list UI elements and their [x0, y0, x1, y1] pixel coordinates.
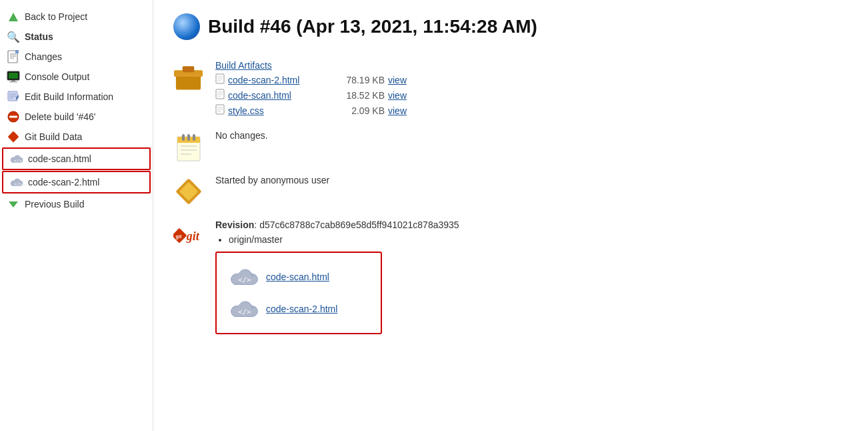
started-by-section: Started by anonymous user — [173, 175, 848, 206]
artifact-view-link-0[interactable]: view — [388, 75, 407, 85]
svg-text:</>: </> — [14, 158, 22, 163]
svg-text:</>: </> — [14, 181, 22, 186]
no-entry-icon — [7, 110, 20, 123]
branch-item-0: origin/master — [229, 234, 848, 245]
artifact-row-0: code-scan-2.html 78.19 KB view — [215, 73, 848, 86]
monitor-icon — [7, 70, 20, 83]
sidebar-item-back-to-project[interactable]: Back to Project — [0, 7, 153, 27]
build-header: Build #46 (Apr 13, 2021, 11:54:28 AM) — [173, 13, 848, 40]
build-title: Build #46 (Apr 13, 2021, 11:54:28 AM) — [208, 16, 537, 37]
cloud-item-link-0[interactable]: code-scan.html — [266, 272, 329, 282]
started-by-text: Started by anonymous user — [215, 175, 329, 185]
arrow-up-icon — [7, 10, 20, 23]
revision-hash: d57c6c8788c7cab869e58d5ff941021c878a3935 — [259, 220, 459, 230]
arrow-down-icon — [7, 197, 20, 211]
cloud-code-svg-1: </> — [230, 297, 259, 321]
svg-rect-38 — [182, 134, 185, 141]
svg-rect-16 — [8, 131, 19, 143]
svg-text:</>: </> — [238, 308, 251, 316]
changes-section: No changes. — [173, 130, 848, 161]
changes-text: No changes. — [215, 130, 268, 141]
artifact-size-0: 78.19 KB — [338, 75, 385, 85]
artifact-file-link-1[interactable]: code-scan.html — [228, 90, 335, 101]
revision-section: git git Revision: d57c6c8788c7cab869e58d… — [173, 220, 848, 334]
cloud-item-link-1[interactable]: code-scan-2.html — [266, 304, 337, 314]
sidebar-item-code-scan-html[interactable]: </> code-scan.html — [2, 147, 151, 170]
svg-text:</>: </> — [238, 276, 251, 284]
svg-rect-40 — [193, 134, 195, 141]
svg-marker-19 — [9, 201, 18, 207]
sidebar-label: Changes — [25, 51, 62, 62]
artifact-view-link-2[interactable]: view — [388, 105, 407, 116]
file-icon-0 — [215, 73, 225, 86]
artifacts-section: Build Artifacts code-scan-2.html 78.19 K… — [173, 60, 848, 117]
sidebar-label: code-scan.html — [28, 153, 91, 164]
svg-text:git: git — [176, 233, 182, 239]
branch-list: origin/master — [229, 234, 848, 245]
build-artifacts-link[interactable]: Build Artifacts — [215, 60, 272, 71]
sidebar: Back to Project 🔍 Status Changes — [0, 0, 153, 431]
artifact-row-2: style.css 2.09 KB view — [215, 104, 848, 117]
file-icon-1 — [215, 89, 225, 101]
sidebar-label: Git Build Data — [25, 131, 82, 142]
sidebar-label: Edit Build Information — [25, 91, 113, 102]
notepad-icon — [173, 131, 203, 161]
sidebar-item-status[interactable]: 🔍 Status — [0, 27, 153, 47]
cloud-items-box: </> code-scan.html </> code-scan-2.html — [215, 252, 382, 334]
artifact-size-2: 2.09 KB — [338, 105, 385, 116]
sidebar-label: Back to Project — [25, 11, 87, 22]
artifact-file-link-2[interactable]: style.css — [228, 105, 335, 116]
cloud-item-row-0: </> code-scan.html — [230, 261, 367, 293]
svg-rect-45 — [179, 181, 197, 200]
svg-text:git: git — [186, 230, 200, 243]
sidebar-label: Delete build '#46' — [25, 111, 96, 122]
revision-content: Revision: d57c6c8788c7cab869e58d5ff94102… — [215, 220, 848, 334]
artifact-row-1: code-scan.html 18.52 KB view — [215, 89, 848, 101]
svg-rect-23 — [176, 74, 201, 76]
sidebar-item-edit-build-information[interactable]: Edit Build Information — [0, 87, 153, 107]
revision-label: Revision — [215, 220, 254, 230]
started-by-content: Started by anonymous user — [215, 175, 848, 185]
svg-rect-8 — [9, 81, 17, 83]
pencil-icon — [7, 90, 20, 103]
page-icon — [7, 50, 20, 63]
box-icon — [173, 61, 203, 91]
diamond-icon — [173, 176, 203, 206]
sidebar-item-changes[interactable]: Changes — [0, 47, 153, 67]
svg-rect-39 — [187, 134, 190, 141]
revision-text: Revision: d57c6c8788c7cab869e58d5ff94102… — [215, 220, 459, 230]
main-content: Build #46 (Apr 13, 2021, 11:54:28 AM) Bu… — [153, 0, 868, 431]
sidebar-item-previous-build[interactable]: Previous Build — [0, 194, 153, 214]
sidebar-item-code-scan-2-html[interactable]: </> code-scan-2.html — [2, 171, 151, 193]
svg-rect-6 — [9, 73, 18, 79]
sidebar-label: Console Output — [25, 71, 89, 82]
changes-content: No changes. — [215, 130, 848, 141]
sidebar-item-git-build-data[interactable]: Git Build Data — [0, 127, 153, 147]
git-icon: git git — [173, 221, 203, 251]
cloud-code-icon-2: </> — [10, 175, 23, 189]
magnifier-icon: 🔍 — [7, 30, 20, 43]
svg-rect-7 — [11, 80, 15, 81]
sidebar-label: code-scan-2.html — [28, 177, 99, 187]
sidebar-item-console-output[interactable]: Console Output — [0, 67, 153, 87]
sidebar-label: Previous Build — [25, 199, 85, 209]
artifacts-content: Build Artifacts code-scan-2.html 78.19 K… — [215, 60, 848, 117]
svg-rect-4 — [15, 50, 19, 53]
file-icon-2 — [215, 104, 225, 117]
git-diamond-icon — [7, 130, 20, 143]
sidebar-item-delete-build[interactable]: Delete build '#46' — [0, 107, 153, 127]
svg-rect-22 — [183, 66, 195, 72]
artifact-file-link-0[interactable]: code-scan-2.html — [228, 75, 335, 85]
svg-rect-15 — [9, 116, 17, 118]
cloud-code-svg-0: </> — [230, 265, 259, 289]
cloud-item-row-1: </> code-scan-2.html — [230, 293, 367, 325]
sidebar-label: Status — [25, 31, 53, 42]
build-status-ball — [173, 13, 200, 40]
cloud-code-icon-1: </> — [10, 152, 23, 165]
artifact-size-1: 18.52 KB — [338, 90, 385, 101]
artifact-view-link-1[interactable]: view — [388, 90, 407, 101]
